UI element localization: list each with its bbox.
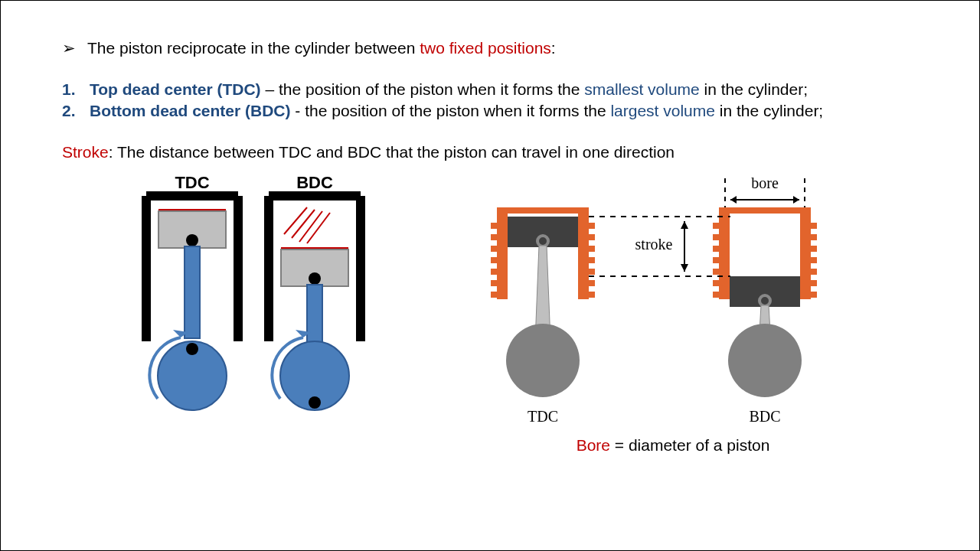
svg-rect-52 bbox=[713, 280, 719, 286]
diagram-left: TDC BDC bbox=[139, 177, 430, 422]
bullet-prefix: The piston reciprocate in the cylinder b… bbox=[87, 39, 420, 57]
svg-rect-32 bbox=[491, 292, 497, 298]
bullet-highlight: two fixed positions bbox=[420, 39, 551, 57]
bullet-text: The piston reciprocate in the cylinder b… bbox=[87, 39, 556, 57]
slide: ➢ The piston reciprocate in the cylinder… bbox=[0, 0, 980, 551]
list-item-bdc: 2. Bottom dead center (BDC) - the positi… bbox=[62, 102, 918, 120]
right-tdc-label: TDC bbox=[528, 408, 558, 425]
svg-rect-39 bbox=[589, 292, 595, 298]
svg-rect-46 bbox=[800, 207, 811, 299]
svg-line-7 bbox=[284, 207, 307, 234]
bullet-suffix: : bbox=[551, 39, 556, 57]
left-svg bbox=[139, 177, 430, 422]
diagram-right: bore bbox=[474, 177, 872, 429]
bdc-term: Bottom dead center (BDC) bbox=[90, 102, 291, 119]
svg-rect-60 bbox=[811, 292, 817, 298]
svg-rect-35 bbox=[589, 246, 595, 252]
tdc-tail: in the cylinder; bbox=[700, 80, 808, 98]
svg-rect-51 bbox=[713, 269, 719, 275]
svg-rect-38 bbox=[589, 280, 595, 286]
svg-rect-24 bbox=[497, 207, 508, 299]
svg-rect-36 bbox=[589, 257, 595, 263]
svg-rect-27 bbox=[491, 234, 497, 240]
bore-term: Bore bbox=[577, 436, 610, 454]
svg-rect-31 bbox=[491, 280, 497, 286]
list-num-1: 1. bbox=[62, 80, 79, 99]
svg-rect-40 bbox=[508, 217, 578, 247]
svg-rect-54 bbox=[811, 223, 817, 229]
svg-rect-59 bbox=[811, 280, 817, 286]
right-svg: bore bbox=[474, 177, 872, 429]
list-body-2: Bottom dead center (BDC) - the position … bbox=[90, 102, 918, 120]
svg-rect-25 bbox=[578, 207, 589, 299]
diagrams-row: TDC BDC bbox=[62, 177, 918, 429]
list-num-2: 2. bbox=[62, 102, 79, 120]
bullet-line: ➢ The piston reciprocate in the cylinder… bbox=[62, 39, 918, 57]
bore-text: = diameter of a piston bbox=[610, 436, 769, 454]
svg-marker-69 bbox=[681, 264, 688, 272]
svg-point-64 bbox=[728, 324, 802, 397]
svg-rect-47 bbox=[713, 223, 719, 229]
left-tdc-label: TDC bbox=[162, 173, 223, 193]
svg-marker-21 bbox=[730, 196, 737, 204]
svg-rect-28 bbox=[491, 246, 497, 252]
bore-definition: Bore = diameter of a piston bbox=[474, 436, 872, 455]
svg-rect-29 bbox=[491, 257, 497, 263]
bdc-sep: - the position of the piston when it for… bbox=[291, 102, 611, 119]
bullet-marker-icon: ➢ bbox=[62, 39, 76, 57]
svg-point-1 bbox=[186, 234, 198, 246]
svg-rect-37 bbox=[589, 269, 595, 275]
svg-rect-56 bbox=[811, 246, 817, 252]
svg-point-16 bbox=[309, 396, 321, 409]
svg-rect-48 bbox=[713, 234, 719, 240]
stroke-text: : The distance between TDC and BDC that … bbox=[109, 143, 675, 161]
svg-rect-49 bbox=[713, 246, 719, 252]
svg-rect-61 bbox=[730, 276, 800, 307]
bore-label: bore bbox=[751, 177, 779, 191]
svg-rect-58 bbox=[811, 269, 817, 275]
stroke-label: Stroke bbox=[62, 143, 109, 161]
svg-rect-55 bbox=[811, 234, 817, 240]
svg-marker-22 bbox=[793, 196, 799, 204]
svg-point-43 bbox=[506, 324, 580, 397]
stroke-mid-label: stroke bbox=[635, 236, 673, 253]
svg-point-4 bbox=[186, 343, 198, 355]
svg-rect-34 bbox=[589, 234, 595, 240]
svg-rect-23 bbox=[497, 207, 589, 214]
svg-rect-50 bbox=[713, 257, 719, 263]
tdc-term: Top dead center (TDC) bbox=[90, 80, 261, 98]
list-item-tdc: 1. Top dead center (TDC) – the position … bbox=[62, 80, 918, 99]
list-body-1: Top dead center (TDC) – the position of … bbox=[90, 80, 918, 99]
tdc-sep: – the position of the piston when it for… bbox=[261, 80, 585, 98]
svg-rect-2 bbox=[185, 246, 200, 338]
svg-rect-57 bbox=[811, 257, 817, 263]
svg-point-13 bbox=[309, 272, 321, 285]
bdc-highlight: largest volume bbox=[610, 102, 715, 119]
svg-marker-68 bbox=[681, 221, 688, 229]
stroke-definition: Stroke: The distance between TDC and BDC… bbox=[62, 143, 918, 161]
svg-rect-33 bbox=[589, 223, 595, 229]
svg-line-8 bbox=[292, 210, 315, 238]
svg-rect-44 bbox=[719, 207, 811, 214]
svg-rect-45 bbox=[719, 207, 730, 299]
bdc-tail: in the cylinder; bbox=[715, 102, 823, 119]
left-bdc-label: BDC bbox=[284, 173, 345, 193]
svg-rect-30 bbox=[491, 269, 497, 275]
right-bdc-label: BDC bbox=[749, 408, 780, 425]
svg-rect-26 bbox=[491, 223, 497, 229]
tdc-highlight: smallest volume bbox=[584, 80, 700, 98]
svg-rect-53 bbox=[713, 292, 719, 298]
